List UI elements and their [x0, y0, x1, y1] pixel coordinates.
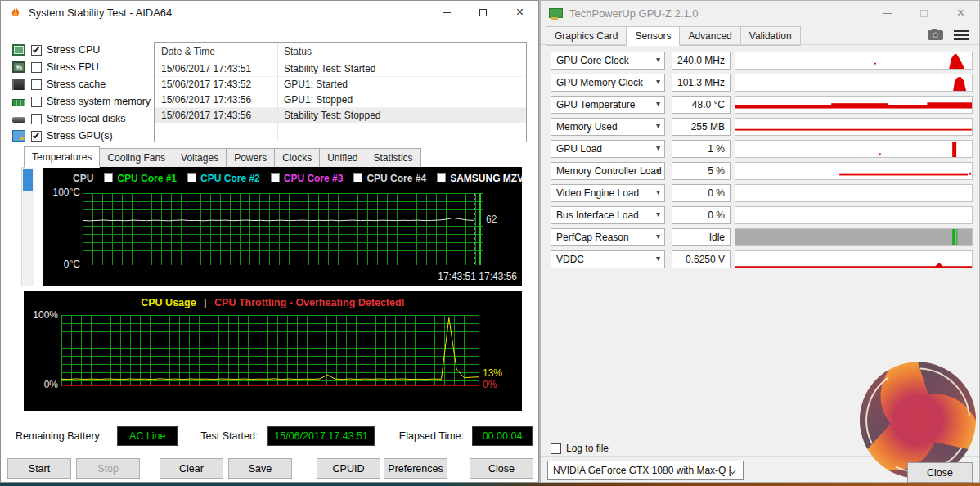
tab-advanced[interactable]: Advanced: [679, 26, 740, 46]
minimize-button[interactable]: [869, 1, 906, 25]
elapsed-value: 00:00:04: [472, 426, 533, 446]
sensor-row-gpu-memory-clock: GPU Memory Clock▾101.3 MHz: [541, 74, 979, 92]
gpu-select-dropdown[interactable]: NVIDIA GeForce GTX 1080 with Max-Q [: [547, 461, 744, 480]
sensor-row-bus-interface-load: Bus Interface Load▾0 %: [541, 206, 979, 224]
checkbox[interactable]: [31, 114, 42, 124]
stress-option-row[interactable]: Stress system memory: [12, 93, 151, 110]
gpuz-titlebar[interactable]: TechPowerUp GPU-Z 2.1.0 ×: [541, 1, 979, 25]
legend-checkbox[interactable]: [104, 173, 113, 182]
stress-option-row[interactable]: Stress GPU(s): [12, 128, 151, 144]
maximize-button[interactable]: [465, 1, 501, 24]
sensor-select-vddc[interactable]: VDDC▾: [551, 250, 665, 268]
close-button[interactable]: ×: [501, 1, 538, 24]
log-status: GPU1: Stopped: [277, 94, 526, 106]
legend-checkbox[interactable]: [353, 173, 362, 182]
checkbox[interactable]: [31, 131, 42, 142]
checkbox[interactable]: [31, 97, 42, 107]
aida64-content: Stress CPUStress FPUStress cacheStress s…: [1, 24, 538, 482]
tab-sensors[interactable]: Sensors: [626, 26, 680, 46]
log-datetime: 15/06/2017 17:43:56: [155, 94, 277, 106]
tab-clocks[interactable]: Clocks: [274, 148, 320, 168]
cpuid-button[interactable]: CPUID: [317, 458, 380, 479]
legend-item[interactable]: CPU Core #2: [187, 173, 260, 184]
stress-option-row[interactable]: Stress FPU: [12, 59, 151, 75]
tab-temperatures[interactable]: Temperatures: [24, 146, 100, 168]
checkbox[interactable]: [31, 79, 42, 90]
screenshot-camera-icon[interactable]: [928, 29, 943, 40]
sensor-select-video-engine-load[interactable]: Video Engine Load▾: [551, 184, 665, 202]
graph-scrollbar[interactable]: [21, 167, 34, 286]
close-button[interactable]: Close: [470, 458, 533, 479]
legend-label: CPU: [73, 173, 93, 184]
sensor-select-gpu-core-clock[interactable]: GPU Core Clock▾: [551, 52, 665, 70]
tab-cooling-fans[interactable]: Cooling Fans: [99, 148, 173, 168]
tab-graphics-card[interactable]: Graphics Card: [546, 26, 627, 46]
usage-chart: [61, 315, 479, 386]
check-mark-icon: [33, 131, 39, 138]
legend-label: CPU Core #2: [200, 173, 260, 184]
scrollbar-thumb[interactable]: [23, 169, 33, 191]
cpu-usage-graph-panel: CPU Usage | CPU Throttling - Overheating…: [24, 291, 522, 411]
throttling-warning: CPU Throttling - Overheating Detected!: [214, 297, 405, 308]
sensor-value: 255 MB: [672, 118, 731, 136]
sensor-graph: [735, 118, 973, 136]
sensor-select-gpu-temperature[interactable]: GPU Temperature▾: [551, 96, 665, 114]
start-button[interactable]: Start: [7, 458, 71, 479]
legend-checkbox[interactable]: [187, 173, 196, 182]
stress-option-row[interactable]: Stress local disks: [12, 110, 151, 127]
usage-title: CPU Usage | CPU Throttling - Overheating…: [24, 297, 522, 308]
clear-button[interactable]: Clear: [160, 458, 223, 479]
menu-hamburger-icon[interactable]: [954, 30, 969, 43]
sensor-select-perfcap-reason[interactable]: PerfCap Reason▾: [551, 228, 665, 246]
close-button[interactable]: ×: [942, 1, 979, 25]
tab-statistics[interactable]: Statistics: [366, 148, 421, 168]
stress-options-list: Stress CPUStress FPUStress cacheStress s…: [12, 42, 151, 145]
legend-item[interactable]: CPU Core #1: [104, 173, 177, 184]
tab-validation[interactable]: Validation: [740, 26, 801, 46]
aida64-titlebar[interactable]: System Stability Test - AIDA64 ×: [1, 1, 538, 24]
log-to-file-checkbox[interactable]: [551, 443, 561, 454]
save-button[interactable]: Save: [228, 458, 292, 479]
tab-voltages[interactable]: Voltages: [173, 148, 227, 168]
gpuz-close-button[interactable]: Close: [907, 462, 973, 483]
sensor-select-bus-interface-load[interactable]: Bus Interface Load▾: [551, 206, 665, 224]
dropdown-arrow-icon: ▾: [656, 165, 660, 174]
maximize-icon: [920, 10, 928, 17]
minimize-button[interactable]: [428, 1, 465, 24]
legend-checkbox[interactable]: [271, 173, 280, 182]
col-status: Status: [277, 46, 526, 57]
log-to-file-row[interactable]: Log to file: [551, 443, 609, 454]
checkbox[interactable]: [31, 45, 42, 56]
table-row[interactable]: 15/06/2017 17:43:52GPU1: Started: [155, 76, 526, 92]
legend-item[interactable]: SAMSUNG MZVKW1T0HMLH-00000: [437, 173, 522, 184]
legend-item[interactable]: CPU Core #4: [353, 173, 426, 184]
preferences-button[interactable]: Preferences: [384, 458, 447, 479]
battery-value: AC Line: [117, 426, 178, 446]
event-log-table[interactable]: Date & Time Status 15/06/2017 17:43:51St…: [154, 42, 527, 142]
sensor-row-perfcap-reason: PerfCap Reason▾Idle: [541, 228, 979, 246]
dropdown-arrow-icon: ▾: [656, 121, 660, 130]
table-row[interactable]: 15/06/2017 17:43:51Stability Test: Start…: [155, 61, 526, 76]
sensor-select-memory-used[interactable]: Memory Used▾: [551, 118, 665, 136]
stress-option-row[interactable]: Stress cache: [12, 76, 151, 92]
stress-option-label: Stress CPU: [47, 44, 100, 56]
sensor-select-gpu-memory-clock[interactable]: GPU Memory Clock▾: [551, 74, 665, 92]
table-row[interactable]: 15/06/2017 17:43:56GPU1: Stopped: [155, 92, 526, 107]
dropdown-arrow-icon: ▾: [656, 143, 660, 152]
column-divider: [277, 43, 278, 142]
temp-axis-min: 0°C: [44, 259, 80, 270]
legend-checkbox[interactable]: [437, 173, 446, 182]
stress-option-row[interactable]: Stress CPU: [12, 42, 151, 58]
usage-axis-max: 100%: [25, 309, 58, 321]
legend-item[interactable]: CPU Core #3: [271, 173, 344, 184]
table-row[interactable]: 15/06/2017 17:43:56Stability Test: Stopp…: [155, 107, 526, 123]
legend-label: CPU Core #1: [117, 173, 177, 184]
stress-option-label: Stress FPU: [47, 61, 99, 73]
sensor-select-memory-controller-load[interactable]: Memory Controller Load▾: [551, 162, 665, 180]
legend-item[interactable]: CPU: [73, 173, 93, 184]
tab-unified[interactable]: Unified: [319, 148, 366, 168]
tab-powers[interactable]: Powers: [226, 148, 275, 168]
maximize-icon: [479, 9, 487, 16]
checkbox[interactable]: [31, 62, 42, 73]
sensor-select-gpu-load[interactable]: GPU Load▾: [551, 140, 665, 158]
